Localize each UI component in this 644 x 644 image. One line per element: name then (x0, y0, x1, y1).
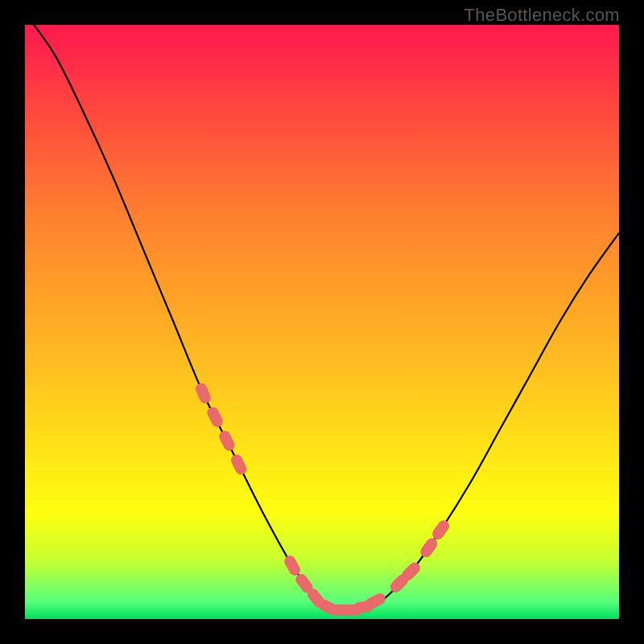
chart-svg (25, 25, 619, 619)
chart-frame: TheBottleneck.com (0, 0, 644, 644)
highlight-marker (430, 518, 452, 542)
bottleneck-curve (25, 13, 619, 610)
highlight-marker (229, 452, 249, 477)
highlight-marker (205, 405, 225, 429)
highlight-marker (419, 536, 440, 559)
highlight-markers (194, 382, 452, 617)
attribution-label: TheBottleneck.com (464, 5, 620, 26)
highlight-marker (283, 554, 303, 578)
bottleneck-curve-path (25, 13, 619, 610)
highlight-marker (217, 429, 237, 453)
highlight-marker (194, 382, 213, 405)
